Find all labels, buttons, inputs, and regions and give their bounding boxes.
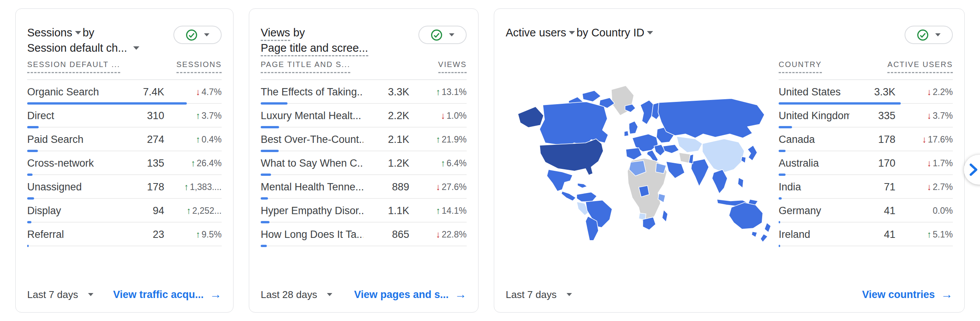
row-bar: [779, 245, 780, 247]
trend-value: 2,252...: [192, 206, 222, 216]
table-row: Hyper Empathy Disor... 1.1K ↑ 14.1%: [261, 199, 467, 223]
trend-arrow-icon: ↑: [196, 111, 201, 120]
caret-down-icon: [449, 33, 454, 36]
views-table: PAGE TITLE AND S... VIEWS The Effects of…: [261, 60, 467, 246]
trend-value: 1.7%: [933, 158, 953, 169]
row-value: 865: [363, 229, 409, 241]
row-trend: ↑ 26.4%: [164, 158, 222, 169]
date-range-selector[interactable]: Last 7 days: [27, 289, 93, 301]
column-header-dimension[interactable]: SESSION DEFAULT ...: [27, 60, 120, 73]
dimension-selector[interactable]: Country ID: [591, 26, 655, 39]
row-bar: [261, 245, 267, 247]
dimension-label: Country ID: [591, 26, 645, 39]
data-quality-badge[interactable]: [173, 26, 222, 44]
row-label: Unassigned: [27, 181, 118, 193]
caret-down-icon: [935, 33, 941, 36]
trend-arrow-icon: ↑: [186, 206, 191, 215]
trend-value: 9.5%: [202, 229, 222, 240]
row-trend: ↓ 3.7%: [895, 111, 953, 121]
row-label: Organic Search: [27, 86, 118, 98]
date-range-label: Last 28 days: [261, 289, 317, 301]
row-trend: ↓ 2.2%: [895, 87, 953, 97]
table-rows: United States 3.3K ↓ 2.2% United Kingdom…: [779, 79, 953, 246]
card-title: Sessionsby Session default ch...: [27, 25, 141, 56]
row-label: Australia: [779, 157, 849, 169]
view-report-link[interactable]: View traffic acqu... →: [113, 288, 222, 301]
trend-value: 2.2%: [933, 87, 953, 97]
row-value: 71: [849, 181, 895, 193]
data-quality-badge[interactable]: [905, 26, 953, 44]
metric-selector[interactable]: Views: [261, 26, 290, 41]
row-label: The Effects of Taking...: [261, 86, 363, 98]
row-value: 3.3K: [849, 86, 895, 98]
date-range-label: Last 7 days: [27, 289, 78, 301]
row-label: India: [779, 181, 849, 193]
row-value: 2.1K: [363, 134, 409, 146]
row-trend: ↑ 0.4%: [164, 134, 222, 145]
row-label: Direct: [27, 110, 118, 122]
row-trend: ↑ 21.9%: [409, 134, 467, 145]
table-row: Mental Health Tenne... 889 ↓ 27.6%: [261, 175, 467, 199]
caret-down-icon: [88, 293, 93, 296]
check-circle-icon: [431, 29, 443, 41]
trend-arrow-icon: ↑: [196, 135, 201, 144]
column-header-dimension[interactable]: COUNTRY: [779, 60, 822, 73]
arrow-right-icon: →: [455, 288, 467, 301]
view-report-link[interactable]: View countries →: [862, 288, 953, 301]
trend-arrow-icon: ↓: [196, 87, 201, 97]
table-row: Display 94 ↑ 2,252...: [27, 199, 222, 223]
table-row: What to Say When C... 1.2K ↑ 6.4%: [261, 151, 467, 175]
world-map: [506, 82, 780, 243]
row-value: 135: [118, 157, 164, 169]
column-header-dimension[interactable]: PAGE TITLE AND S...: [261, 60, 350, 73]
date-range-selector[interactable]: Last 7 days: [506, 289, 572, 301]
row-label: What to Say When C...: [261, 157, 363, 169]
row-value: 3.3K: [363, 86, 409, 98]
row-label: Hyper Empathy Disor...: [261, 205, 363, 217]
dimension-selector[interactable]: Page title and scree...: [261, 42, 368, 56]
table-row: Referral 23 ↑ 9.5%: [27, 223, 222, 246]
trend-value: 26.4%: [197, 158, 222, 169]
view-report-link[interactable]: View pages and s... →: [354, 288, 467, 301]
row-trend: ↑ 5.1%: [895, 229, 953, 240]
table-row: Unassigned 178 ↑ 1,383....: [27, 175, 222, 199]
metric-selector[interactable]: Sessions: [27, 26, 83, 39]
dimension-label: Page title and scree...: [261, 42, 368, 56]
caret-down-icon: [647, 31, 653, 34]
table-row: Cross-network 135 ↑ 26.4%: [27, 151, 222, 175]
trend-arrow-icon: ↓: [927, 111, 932, 120]
row-value: 23: [118, 229, 164, 241]
row-trend: ↓ 22.8%: [409, 229, 467, 240]
trend-arrow-icon: ↓: [922, 135, 927, 144]
metric-selector[interactable]: Active users: [506, 26, 577, 39]
trend-value: 4.7%: [202, 87, 222, 97]
card-title: Active usersby Country ID: [506, 25, 655, 40]
row-value: 2.2K: [363, 110, 409, 122]
trend-arrow-icon: ↑: [441, 159, 446, 168]
table-row: Germany 41 0.0%: [779, 199, 953, 223]
row-trend: ↑ 6.4%: [409, 158, 467, 169]
date-range-selector[interactable]: Last 28 days: [261, 289, 332, 301]
row-value: 94: [118, 205, 164, 217]
metric-label: Views: [261, 26, 290, 41]
row-value: 1.1K: [363, 205, 409, 217]
row-label: United States: [779, 86, 849, 98]
trend-arrow-icon: ↓: [927, 159, 932, 168]
card-title: Views by Page title and scree...: [261, 25, 368, 56]
table-rows: Organic Search 7.4K ↓ 4.7% Direct 310 ↑ …: [27, 79, 222, 246]
date-range-label: Last 7 days: [506, 289, 557, 301]
column-header-metric[interactable]: ACTIVE USERS: [887, 60, 953, 73]
link-label: View countries: [862, 289, 935, 301]
title-joiner: by: [83, 26, 95, 39]
table-row: How Long Does It Ta... 865 ↓ 22.8%: [261, 223, 467, 246]
active-users-card: Active usersby Country ID: [494, 8, 965, 313]
row-label: Best Over-The-Count...: [261, 134, 363, 146]
caret-down-icon: [133, 46, 139, 50]
carousel-next-button[interactable]: [964, 155, 980, 185]
dimension-selector[interactable]: Session default ch...: [27, 42, 141, 54]
column-header-metric[interactable]: SESSIONS: [176, 60, 222, 73]
trend-arrow-icon: ↑: [184, 182, 189, 192]
column-header-metric[interactable]: VIEWS: [438, 60, 467, 73]
data-quality-badge[interactable]: [418, 26, 467, 44]
trend-arrow-icon: ↑: [927, 230, 932, 239]
